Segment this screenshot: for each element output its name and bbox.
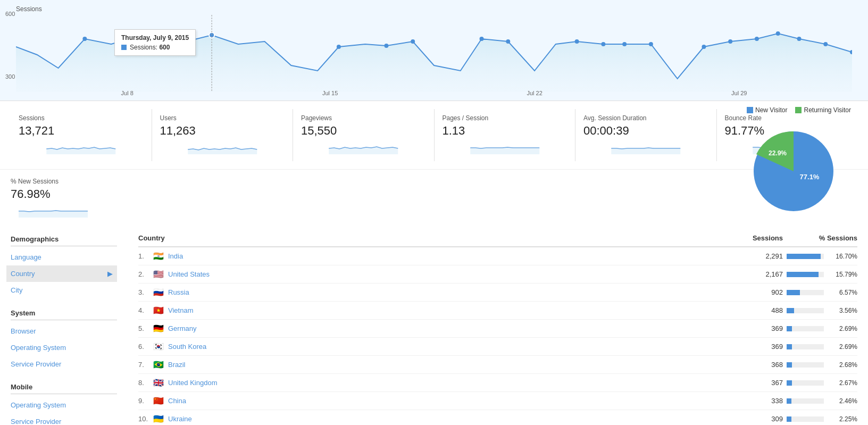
pct-bar	[787, 362, 792, 368]
metric-ns-sparkline	[11, 204, 96, 218]
country-link[interactable]: Ukraine	[168, 415, 192, 423]
pct-bar-container	[787, 398, 824, 404]
legend-new-visitor-label: New Visitor	[755, 106, 787, 114]
tooltip-date: Thursday, July 9, 2015	[121, 34, 189, 41]
metric-ns-label: % New Sessions	[11, 178, 857, 185]
country-link[interactable]: Vietnam	[168, 306, 193, 314]
data-point	[411, 39, 415, 44]
pct-bar-container	[787, 416, 824, 422]
pct-bar	[787, 398, 791, 404]
row-num: 6.	[138, 343, 149, 351]
row-num: 10.	[138, 415, 149, 423]
chart-tooltip: Thursday, July 9, 2015 Sessions: 600	[114, 29, 196, 56]
legend-new-visitor: New Visitor	[747, 106, 787, 114]
legend-new-visitor-color	[747, 107, 753, 113]
data-point	[797, 37, 802, 41]
row-num: 9.	[138, 397, 149, 405]
pct-bar-container	[787, 362, 824, 368]
demo-item-country[interactable]: Country ▶	[6, 265, 117, 282]
country-link[interactable]: Brazil	[168, 361, 186, 369]
country-flag-icon: 🇬🇧	[153, 378, 164, 388]
country-link[interactable]: United States	[168, 270, 210, 278]
demo-item-mobile-service-provider[interactable]: Service Provider	[11, 413, 117, 425]
country-link[interactable]: Germany	[168, 324, 196, 332]
pct-cell: 6.57%	[783, 289, 857, 296]
legend-returning-visitor-label: Returning Visitor	[804, 106, 851, 114]
table-body: 1. 🇮🇳 India 2,291 16.70% 2. 🇺🇸 United St…	[138, 247, 857, 425]
pct-bar	[787, 326, 792, 331]
data-point	[506, 39, 510, 44]
table-row: 5. 🇩🇪 Germany 369 2.69%	[138, 320, 857, 338]
metric-sessions-sparkline	[19, 141, 144, 154]
demo-item-os[interactable]: Operating System	[11, 339, 117, 356]
data-point	[776, 31, 780, 36]
pct-text: 2.46%	[828, 397, 857, 405]
x-label-jul8: Jul 8	[121, 90, 133, 96]
pct-text: 3.56%	[828, 307, 857, 314]
data-point	[384, 44, 388, 48]
data-point	[82, 37, 87, 41]
mobile-title: Mobile	[11, 378, 117, 394]
data-point	[728, 39, 732, 44]
pct-bar	[787, 416, 791, 422]
country-link[interactable]: Russia	[168, 288, 189, 296]
x-label-jul22: Jul 22	[527, 90, 542, 96]
col-header-country: Country	[138, 234, 730, 242]
metric-users-label: Users	[160, 114, 285, 122]
metric-asd-sparkline	[583, 141, 708, 154]
legend-returning-visitor-color	[795, 107, 802, 113]
data-point	[480, 37, 484, 41]
table-row: 4. 🇻🇳 Vietnam 488 3.56%	[138, 302, 857, 320]
y-max: 600	[5, 11, 15, 17]
country-flag-icon: 🇺🇸	[153, 269, 164, 279]
demo-item-mobile-os[interactable]: Operating System	[11, 397, 117, 413]
country-flag-icon: 🇻🇳	[153, 305, 164, 315]
sessions-count: 367	[730, 379, 783, 387]
pct-bar	[787, 308, 794, 313]
col-header-sessions: Sessions	[730, 234, 783, 242]
pct-cell: 2.25%	[783, 415, 857, 423]
demo-item-browser[interactable]: Browser	[11, 323, 117, 339]
sessions-count: 369	[730, 324, 783, 332]
country-link[interactable]: India	[168, 252, 183, 260]
sessions-count: 902	[730, 288, 783, 296]
country-flag-icon: 🇮🇳	[153, 251, 164, 261]
table-row: 9. 🇨🇳 China 338 2.46%	[138, 392, 857, 410]
metric-users: Users 11,263	[152, 109, 294, 161]
chart-x-axis: Jul 8 Jul 15 Jul 22 Jul 29	[0, 90, 868, 96]
country-link[interactable]: China	[168, 397, 186, 405]
metric-new-sessions-section: % New Sessions 76.98%	[0, 170, 868, 224]
row-num: 7.	[138, 361, 149, 369]
pct-bar	[787, 344, 792, 349]
metric-pageviews-label: Pageviews	[301, 114, 426, 122]
data-point	[755, 37, 759, 41]
pct-text: 2.69%	[828, 325, 857, 332]
pct-text: 16.70%	[828, 253, 857, 260]
pct-bar-container	[787, 380, 824, 386]
table-row: 1. 🇮🇳 India 2,291 16.70%	[138, 247, 857, 265]
metric-pps-value: 1.13	[443, 124, 567, 138]
pct-cell: 15.79%	[783, 271, 857, 278]
demo-item-service-provider[interactable]: Service Provider	[11, 356, 117, 372]
country-link[interactable]: United Kingdom	[168, 379, 218, 387]
sessions-count: 369	[730, 343, 783, 351]
demographics-title: Demographics	[11, 230, 117, 246]
demo-item-city[interactable]: City	[11, 282, 117, 298]
metric-pageviews-value: 15,550	[301, 124, 426, 138]
data-point	[823, 42, 828, 46]
demo-item-language[interactable]: Language	[11, 249, 117, 265]
pct-bar-container	[787, 344, 824, 349]
metric-sessions-value: 13,721	[19, 124, 144, 138]
sessions-count: 309	[730, 415, 783, 423]
country-flag-icon: 🇰🇷	[153, 341, 164, 352]
y-mid: 300	[5, 73, 15, 80]
data-point	[601, 42, 605, 46]
pct-bar	[787, 272, 819, 277]
country-link[interactable]: South Korea	[168, 343, 206, 351]
sessions-count: 2,167	[730, 270, 783, 278]
metric-sessions-label: Sessions	[19, 114, 144, 122]
x-label-jul15: Jul 15	[322, 90, 338, 96]
sessions-count: 2,291	[730, 252, 783, 260]
chart-section: Sessions 600 300	[0, 0, 868, 101]
metric-pageviews: Pageviews 15,550	[293, 109, 435, 161]
